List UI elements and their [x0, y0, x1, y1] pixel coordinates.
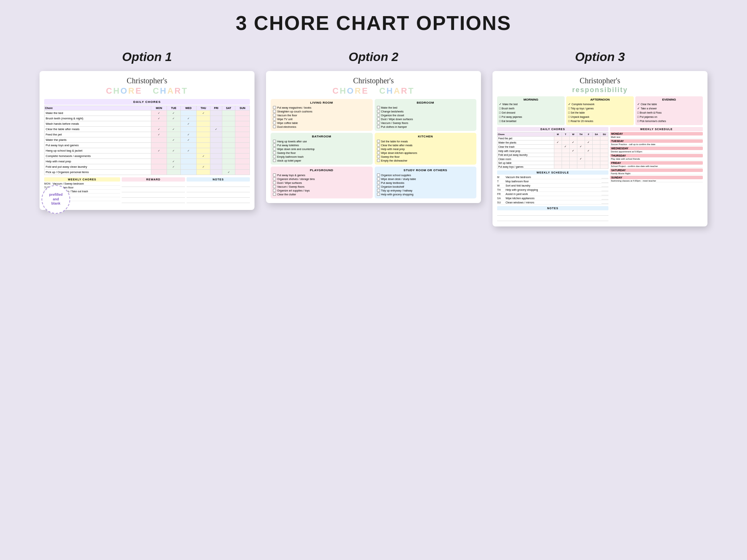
room-section-kitchen: KITCHENSet the table for mealsClear the …	[375, 133, 477, 165]
checkbox[interactable]	[273, 177, 276, 180]
checkbox[interactable]	[377, 155, 380, 158]
checkbox[interactable]	[273, 193, 276, 196]
checkbox[interactable]	[273, 147, 276, 150]
checkbox[interactable]	[377, 114, 380, 117]
checkbox[interactable]	[377, 189, 380, 192]
chore-name-cell: Hang up school bag & jacket	[45, 148, 151, 154]
chore-check-cell: ✓	[196, 164, 210, 170]
checkbox[interactable]	[377, 193, 380, 196]
room-item: Dust / Wipe down surfaces	[377, 117, 474, 121]
check-icon: □	[499, 119, 501, 123]
opt3-daily-section: DAILY CHORES Chore MTWTHFSASU Feed the p…	[497, 127, 608, 222]
opt3-afternoon-header: AFTERNOON	[568, 98, 632, 101]
opt3-morning-item: □Put away pajamas	[499, 115, 563, 119]
opt2-name: Christopher's	[271, 76, 476, 85]
chore-check-cell: ✓	[167, 137, 181, 143]
room-item: Sweep the floor	[377, 155, 474, 158]
chore-check-cell: ✓	[151, 111, 167, 116]
room-header: LIVING ROOM	[273, 101, 370, 104]
checkbox[interactable]	[377, 106, 380, 109]
checkbox[interactable]	[377, 151, 380, 154]
opt3-chore-check	[554, 145, 562, 149]
checkbox[interactable]	[377, 185, 380, 188]
checkbox[interactable]	[273, 151, 276, 154]
room-item: Organize shelves / storage bins	[273, 177, 370, 180]
checkbox[interactable]	[273, 185, 276, 188]
opt3-chore-check: ✓	[585, 149, 592, 153]
opt3-chore-check	[600, 157, 608, 161]
opt3-chore-check	[577, 140, 585, 145]
checkbox[interactable]	[377, 110, 380, 113]
chore-check-cell	[222, 127, 235, 132]
checkbox[interactable]	[273, 159, 276, 162]
checkbox[interactable]	[377, 173, 380, 177]
opt3-chore-check	[600, 161, 608, 165]
item-text: Get dressed	[502, 111, 515, 114]
opt3-daily-header: DAILY CHORES	[497, 127, 608, 131]
chore-check-cell	[222, 116, 235, 121]
event-text: Play date with school friends	[610, 158, 703, 160]
room-item-text: Wipe TV unit	[277, 118, 293, 121]
checkbox[interactable]	[377, 125, 380, 128]
chore-check-cell	[235, 164, 250, 170]
option-2-col: Option 2 Christopher's CHORE CHART LIVIN…	[266, 50, 481, 203]
chore-check-cell	[151, 137, 167, 143]
room-item-text: Vaccum / Sweep floors	[381, 122, 408, 124]
opt3-evening-item: □Pick tomorrow's clothes	[637, 119, 701, 123]
checkbox[interactable]	[273, 125, 276, 128]
check-icon: □	[499, 111, 501, 114]
opt3-chore-check	[562, 137, 569, 140]
chore-check-cell	[235, 116, 250, 121]
checkbox[interactable]	[273, 106, 276, 109]
room-section-living: LIVING ROOMPut away magazines / booksStr…	[271, 99, 373, 131]
opt3-morning-item: ✓Make the bed	[499, 102, 563, 106]
room-item-text: Hang up towels after use	[277, 140, 307, 143]
checkbox[interactable]	[273, 121, 276, 124]
room-item-text: Dust / Wipe down surfaces	[381, 118, 413, 121]
chore-check-cell	[210, 116, 222, 121]
option-3-col: Option 3 Christopher's responsibility MO…	[492, 50, 707, 226]
checkbox[interactable]	[377, 181, 380, 184]
checkbox[interactable]	[273, 144, 276, 147]
checkbox[interactable]	[377, 117, 380, 121]
item-text: Unpack bagpack	[571, 116, 589, 118]
checkbox[interactable]	[273, 117, 276, 121]
checkbox[interactable]	[377, 121, 380, 124]
checkbox[interactable]	[273, 114, 276, 117]
room-item-text: Sweep the floor	[277, 152, 296, 154]
opt3-weekly-sched-item: MVaccum the bedroom	[497, 175, 608, 179]
room-header: BATHROOM	[273, 135, 370, 138]
opt3-evening-item: □Put pajamas on	[637, 115, 701, 119]
chore-check-cell	[210, 170, 222, 175]
checkbox[interactable]	[273, 155, 276, 158]
checkbox[interactable]	[377, 144, 380, 147]
opt3-chore-name: Clean room	[497, 157, 554, 161]
checkbox[interactable]	[273, 181, 276, 184]
room-item: Help with meal prep	[377, 147, 474, 150]
opt3-daily-table: Chore MTWTHFSASU Feed the petWater the p…	[497, 132, 608, 169]
opt1-daily-header: DAILY CHORES	[44, 99, 250, 105]
opt3-weekly-sched-item: SUClean windows / mirrors	[497, 201, 608, 205]
chore-check-cell	[151, 170, 167, 175]
chore-check-cell	[235, 154, 250, 159]
chore-name-cell: Clear the table after meals	[45, 127, 151, 132]
opt3-name: Christopher's	[497, 76, 703, 85]
checkbox[interactable]	[377, 140, 380, 143]
chore-check-cell	[196, 170, 210, 175]
chore-check-cell	[151, 121, 167, 127]
opt3-weekly-sched-item: THHelp with grocery shopping	[497, 188, 608, 192]
checkbox[interactable]	[377, 159, 380, 162]
checkbox[interactable]	[377, 177, 380, 180]
checkbox[interactable]	[377, 147, 380, 150]
opt3-chore-check	[554, 137, 562, 140]
room-item-text: Change bedsheets	[381, 110, 404, 113]
checkbox[interactable]	[273, 173, 276, 177]
opt3-points-header: WEEKLY SCHEDULE	[610, 127, 703, 131]
opt3-afternoon-item: □Unpack bagpack	[568, 115, 632, 119]
checkbox[interactable]	[273, 140, 276, 143]
room-item: Organize the closet	[377, 114, 474, 117]
checkbox[interactable]	[273, 189, 276, 192]
chore-check-cell: ✓	[180, 137, 196, 143]
room-item-text: Organize shelves / storage bins	[277, 178, 315, 180]
checkbox[interactable]	[273, 110, 276, 113]
